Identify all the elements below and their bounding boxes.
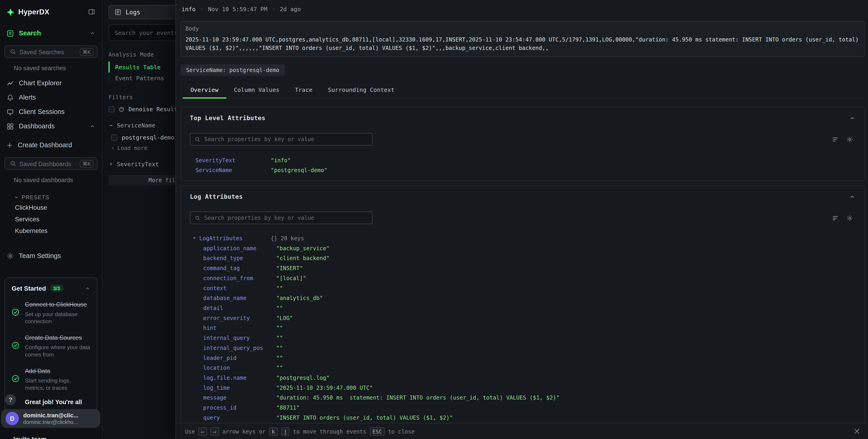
attribute-key[interactable]: error_severity xyxy=(203,315,276,321)
line-view-icon[interactable] xyxy=(832,136,839,143)
attribute-value[interactable]: "" xyxy=(276,305,283,311)
sidebar-item-search[interactable]: Search xyxy=(0,26,102,40)
saved-dashboards-input[interactable]: ⌘K xyxy=(4,157,97,170)
gear-icon[interactable] xyxy=(846,136,853,143)
attribute-key[interactable]: ServiceName xyxy=(195,167,271,173)
footer-text: to close xyxy=(388,428,414,434)
attribute-key[interactable]: leader_pid xyxy=(203,354,276,360)
sidebar-item-team-settings[interactable]: Team Settings xyxy=(0,248,102,263)
attribute-value[interactable]: "client backend" xyxy=(276,255,330,261)
step-description: Configure where your data comes from xyxy=(25,344,90,358)
filter-value-checkbox[interactable] xyxy=(111,134,117,140)
attribute-value[interactable]: "" xyxy=(276,324,283,331)
attribute-value[interactable]: "INSERT" xyxy=(276,265,303,271)
esc-key-badge: ESC xyxy=(370,427,385,435)
attribute-value[interactable]: "" xyxy=(276,335,283,341)
close-icon[interactable] xyxy=(854,428,860,434)
sidebar-item-dashboards[interactable]: Dashboards xyxy=(0,119,102,133)
get-started-step-add-data[interactable]: Add Data Start sending logs, metrics, or… xyxy=(11,365,90,391)
attribute-value[interactable]: "LOG" xyxy=(276,315,293,321)
attribute-key[interactable]: location xyxy=(203,365,276,371)
attribute-value[interactable]: "" xyxy=(276,354,283,360)
sidebar-item-label: Alerts xyxy=(19,93,36,101)
attribute-value[interactable]: "postgresql.log" xyxy=(276,375,330,381)
service-name-tag[interactable]: ServiceName: postgresql-demo xyxy=(181,64,285,76)
denoise-checkbox[interactable] xyxy=(108,106,115,112)
attribute-key[interactable]: query xyxy=(203,414,276,420)
sidebar-item-client-sessions[interactable]: Client Sessions xyxy=(0,105,102,119)
attribute-value[interactable]: "info" xyxy=(271,157,291,163)
line-view-icon[interactable] xyxy=(832,215,839,221)
attribute-key[interactable]: connection_from xyxy=(203,275,276,281)
attribute-value[interactable]: "[local]" xyxy=(276,275,306,281)
attribute-row: query"INSERT INTO orders (user_id, total… xyxy=(190,412,855,422)
attribute-key[interactable]: command_tag xyxy=(203,265,276,271)
attribute-key[interactable]: hint xyxy=(203,324,276,331)
attribute-value[interactable]: "" xyxy=(276,345,283,351)
root-attribute-name[interactable]: LogAttributes xyxy=(199,235,243,241)
attribute-key[interactable]: internal_query xyxy=(203,335,276,341)
attribute-key[interactable]: application_name xyxy=(203,245,276,251)
attribute-value[interactable]: "duration: 45.950 ms statement: INSERT I… xyxy=(276,394,560,401)
gear-icon[interactable] xyxy=(846,215,853,221)
properties-search-field[interactable] xyxy=(204,215,367,221)
sidebar: HyperDX Search ⌘K No saved searches xyxy=(0,0,102,439)
attribute-key[interactable]: internal_query_pos xyxy=(203,345,276,351)
check-circle-icon xyxy=(11,341,20,349)
brand-name: HyperDX xyxy=(18,8,84,16)
no-saved-dashboards-text: No saved dashboards xyxy=(0,170,102,188)
attribute-value[interactable]: "2025-11-10 23:59:47.000 UTC" xyxy=(276,384,373,391)
preset-kubernetes[interactable]: Kubernetes xyxy=(0,225,102,237)
attribute-key[interactable]: log.file.name xyxy=(203,375,276,381)
search-nav-icon xyxy=(7,30,14,37)
attribute-value[interactable]: "88711" xyxy=(276,404,300,410)
tab-overview[interactable]: Overview xyxy=(183,83,226,98)
attribute-value[interactable]: "" xyxy=(276,285,283,291)
attribute-key[interactable]: message xyxy=(203,394,276,401)
saved-searches-input[interactable]: ⌘K xyxy=(4,45,97,58)
tab-trace[interactable]: Trace xyxy=(287,83,320,98)
get-started-step-connect[interactable]: Connect to ClickHouse Set up your databa… xyxy=(11,299,90,325)
help-button[interactable]: ? xyxy=(5,394,16,405)
create-dashboard-button[interactable]: Create Dashboard xyxy=(0,138,102,152)
attribute-key[interactable]: database_name xyxy=(203,295,276,301)
sidebar-item-chart-explorer[interactable]: Chart Explorer xyxy=(0,76,102,90)
properties-search-input[interactable] xyxy=(190,212,372,224)
saved-dashboards-field[interactable] xyxy=(20,160,76,167)
properties-search-input[interactable] xyxy=(190,133,372,146)
chevron-up-icon[interactable] xyxy=(849,115,855,121)
attribute-key[interactable]: context xyxy=(203,285,276,291)
log-attributes-root-row[interactable]: LogAttributes {} 28 keys xyxy=(190,233,855,243)
chevron-up-icon[interactable] xyxy=(85,285,90,291)
attribute-value[interactable]: "analytics_db" xyxy=(276,295,323,301)
tab-column-values[interactable]: Column Values xyxy=(226,83,287,98)
attribute-key[interactable]: detail xyxy=(203,305,276,311)
sidebar-item-alerts[interactable]: Alerts xyxy=(0,90,102,105)
properties-search-field[interactable] xyxy=(204,136,367,142)
detail-footer: Use ← → arrow keys or k j to move throug… xyxy=(176,423,868,439)
get-started-header[interactable]: Get Started 3/3 xyxy=(11,284,90,292)
collapse-sidebar-icon[interactable] xyxy=(88,8,95,15)
attribute-value[interactable]: "postgresql-demo" xyxy=(271,167,328,173)
saved-searches-field[interactable] xyxy=(20,48,76,55)
check-circle-icon xyxy=(11,375,20,382)
chevron-up-icon[interactable] xyxy=(849,194,855,200)
attribute-key[interactable]: log_time xyxy=(203,384,276,391)
preset-clickhouse[interactable]: ClickHouse xyxy=(0,201,102,213)
attribute-key[interactable]: process_id xyxy=(203,404,276,410)
attribute-value[interactable]: "INSERT INTO orders (user_id, total) VAL… xyxy=(276,414,453,420)
user-name: dominic.tran@clic... xyxy=(23,412,79,419)
get-started-step-sources[interactable]: Create Data Sources Configure where your… xyxy=(11,332,90,358)
tab-surrounding-context[interactable]: Surrounding Context xyxy=(320,83,402,98)
chevron-down-icon xyxy=(14,195,19,200)
attribute-value[interactable]: "backup_service" xyxy=(276,245,330,251)
attribute-row: application_name"backup_service" xyxy=(190,243,855,253)
attribute-key[interactable]: backend_type xyxy=(203,255,276,261)
sidebar-item-label: Search xyxy=(19,29,41,37)
attribute-value[interactable]: "" xyxy=(276,365,283,371)
body-text: 2025-11-10 23:59:47.000 UTC,postgres,ana… xyxy=(186,35,860,52)
user-menu[interactable]: D dominic.tran@clic... dominic.tran@clic… xyxy=(1,409,100,428)
attribute-key[interactable]: SeverityText xyxy=(195,157,271,163)
preset-services[interactable]: Services xyxy=(0,213,102,225)
presets-toggle[interactable]: PRESETS xyxy=(14,194,102,200)
